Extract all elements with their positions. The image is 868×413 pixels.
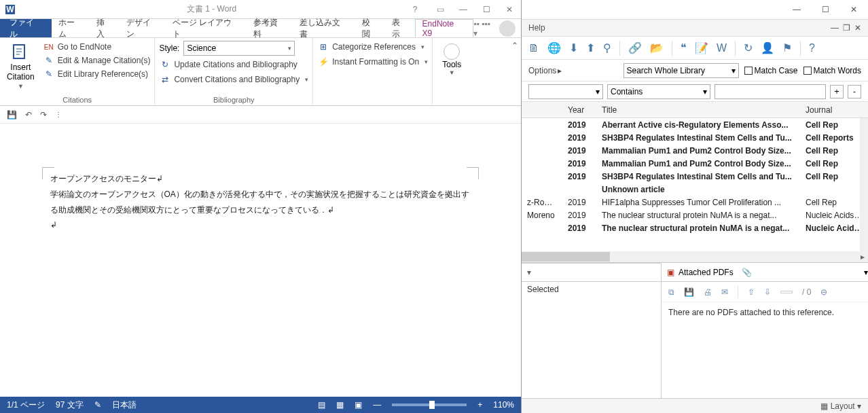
minimize-icon[interactable]: — [782, 5, 811, 14]
save-pdf-icon[interactable]: 💾 [684, 287, 694, 297]
next-page-icon[interactable]: ⇩ [764, 287, 771, 297]
quote-icon[interactable]: ❝ [681, 41, 687, 54]
note-icon[interactable]: 📝 [695, 41, 708, 54]
table-row[interactable]: 2019SH3BP4 Regulates Intestinal Stem Cel… [522, 131, 868, 144]
table-row[interactable]: 2019Mammalian Pum1 and Pum2 Control Body… [522, 157, 868, 170]
close-icon[interactable]: ✕ [839, 5, 868, 14]
status-zoom[interactable]: 110% [493, 400, 514, 410]
prev-page-icon[interactable]: ⇧ [748, 287, 755, 297]
vertical-scrollbar[interactable] [860, 118, 868, 251]
table-row[interactable]: 2019Aberrant Active cis-Regulatory Eleme… [522, 118, 868, 131]
view-print-icon[interactable]: ▦ [336, 400, 344, 410]
match-words-checkbox[interactable]: Match Words [803, 66, 861, 75]
collapse-ribbon-icon[interactable]: ⌃ [511, 41, 518, 50]
status-word-count[interactable]: 97 文字 [56, 399, 84, 411]
email-pdf-icon[interactable]: ✉ [721, 287, 728, 297]
add-row-button[interactable]: + [830, 85, 844, 98]
menu-help[interactable]: Help [528, 23, 545, 33]
table-row[interactable]: 2019The nuclear structural protein NuMA … [522, 221, 868, 234]
pdf-page-input[interactable] [780, 291, 793, 293]
zoom-in-icon[interactable]: + [477, 400, 482, 410]
col-year[interactable]: Year [562, 105, 596, 115]
table-row[interactable]: z-Rodri...2019HIF1alpha Suppresses Tumor… [522, 196, 868, 209]
search-input[interactable] [715, 84, 826, 99]
zoom-out-icon[interactable]: ⊖ [820, 287, 827, 297]
minimize-icon[interactable]: — [452, 0, 475, 19]
share-icon[interactable]: ⚲ [603, 41, 611, 54]
document-text[interactable]: オープンアクセスのモニター↲ 学術論文のオープンアクセス（OA）化の動きが活発化… [43, 171, 478, 233]
table-body[interactable]: 2019Aberrant Active cis-Regulatory Eleme… [522, 118, 868, 251]
view-web-icon[interactable]: ▣ [355, 400, 362, 410]
user-avatar-icon[interactable] [499, 20, 516, 37]
maximize-icon[interactable]: ☐ [475, 0, 498, 19]
insert-citation-button[interactable]: Insert Citation ▼ [4, 41, 37, 94]
style-select[interactable]: Science ▾ [183, 41, 295, 56]
bell-icon[interactable]: ⚑ [782, 41, 792, 54]
edit-library-references-button[interactable]: ✎Edit Library Reference(s) [43, 68, 151, 80]
search-options-button[interactable]: Options ▸ [528, 66, 562, 75]
undo-icon[interactable]: ↶ [25, 110, 32, 120]
tab-design[interactable]: デザイン [120, 19, 166, 37]
col-journal[interactable]: Journal [800, 105, 868, 115]
zoom-out-icon[interactable]: — [373, 400, 381, 410]
tab-mailings[interactable]: 差し込み文書 [293, 19, 355, 37]
table-row[interactable]: 2019SH3BP4 Regulates Intestinal Stem Cel… [522, 170, 868, 183]
save-icon[interactable]: 💾 [7, 110, 17, 120]
edit-manage-citations-button[interactable]: ✎Edit & Manage Citation(s) [43, 54, 151, 67]
tab-file[interactable]: ファイル [0, 19, 52, 37]
folder-icon[interactable]: 📂 [650, 41, 664, 54]
qat-more-icon[interactable]: ⋮ [55, 111, 62, 118]
download-icon[interactable]: ⬇ [569, 41, 578, 54]
horizontal-scrollbar[interactable]: ▸ [522, 251, 868, 262]
print-pdf-icon[interactable]: 🖨 [704, 287, 712, 297]
tab-insert[interactable]: 挿入 [90, 19, 120, 37]
close-icon[interactable]: ✕ [498, 0, 521, 19]
mdi-minimize-icon[interactable]: — [831, 23, 839, 33]
pdf-menu-icon[interactable]: ▾ [864, 268, 868, 277]
match-case-checkbox[interactable]: Match Case [744, 66, 798, 75]
help-icon[interactable]: ? [809, 42, 815, 54]
zoom-slider[interactable] [392, 403, 467, 406]
upload-icon[interactable]: ⬆ [586, 41, 595, 54]
update-citations-button[interactable]: ↻Update Citations and Bibliography [159, 58, 308, 71]
link-icon[interactable]: 🔗 [628, 41, 642, 54]
attach-icon[interactable]: 📎 [742, 268, 752, 277]
document-area[interactable]: オープンアクセスのモニター↲ 学術論文のオープンアクセス（OA）化の動きが活発化… [0, 124, 521, 397]
tab-endnote[interactable]: EndNote X9 [415, 19, 474, 37]
field-select[interactable]: ▾ [528, 84, 603, 99]
status-page[interactable]: 1/1 ページ [7, 399, 45, 411]
go-to-endnote-button[interactable]: ENGo to EndNote [43, 41, 151, 53]
pdf-tab[interactable]: ▣ Attached PDFs 📎 ▾ [662, 263, 868, 282]
layout-button[interactable]: ▦ Layout ▾ [820, 401, 861, 411]
mdi-close-icon[interactable]: ✕ [854, 23, 861, 33]
convert-citations-button[interactable]: ⇄Convert Citations and Bibliography▾ [159, 73, 308, 86]
view-read-icon[interactable]: ▤ [318, 400, 325, 410]
tab-layout[interactable]: ページ レイアウト [166, 19, 247, 37]
redo-icon[interactable]: ↷ [40, 110, 47, 120]
preview-tab[interactable]: ▾ [522, 263, 661, 282]
tab-references[interactable]: 参考資料 [247, 19, 293, 37]
search-scope-select[interactable]: Search Whole Library▾ [623, 63, 739, 78]
table-row[interactable]: Unknown article [522, 183, 868, 196]
open-external-icon[interactable]: ⧉ [668, 287, 674, 297]
person-icon[interactable]: 👤 [761, 41, 774, 54]
user-name-icon[interactable]: ▪▪ ▪▪▪ ▾ [473, 19, 496, 38]
maximize-icon[interactable]: ☐ [811, 5, 839, 14]
word-icon[interactable]: W [717, 42, 727, 54]
file-icon[interactable]: 🗎 [528, 42, 539, 54]
status-proof-icon[interactable]: ✎ [94, 400, 101, 410]
tab-review[interactable]: 校閲 [355, 19, 385, 37]
tab-home[interactable]: ホーム [52, 19, 90, 37]
col-title[interactable]: Title [596, 105, 800, 115]
tab-view[interactable]: 表示 [385, 19, 415, 37]
table-row[interactable]: 2019Mammalian Pum1 and Pum2 Control Body… [522, 144, 868, 157]
globe-icon[interactable]: 🌐 [547, 41, 561, 54]
sync-icon[interactable]: ↻ [744, 41, 753, 54]
scroll-right-icon[interactable]: ▸ [857, 252, 868, 262]
table-row[interactable]: Moreno2019The nuclear structural protein… [522, 209, 868, 221]
tools-button[interactable]: Tools ▼ [437, 41, 467, 79]
word-help-icon[interactable]: ? [401, 5, 429, 14]
operator-select[interactable]: Contains▾ [607, 84, 710, 99]
instant-formatting-button[interactable]: ⚡Instant Formatting is On▾ [317, 56, 428, 68]
categorize-references-button[interactable]: ⊞Categorize References▾ [317, 41, 428, 53]
